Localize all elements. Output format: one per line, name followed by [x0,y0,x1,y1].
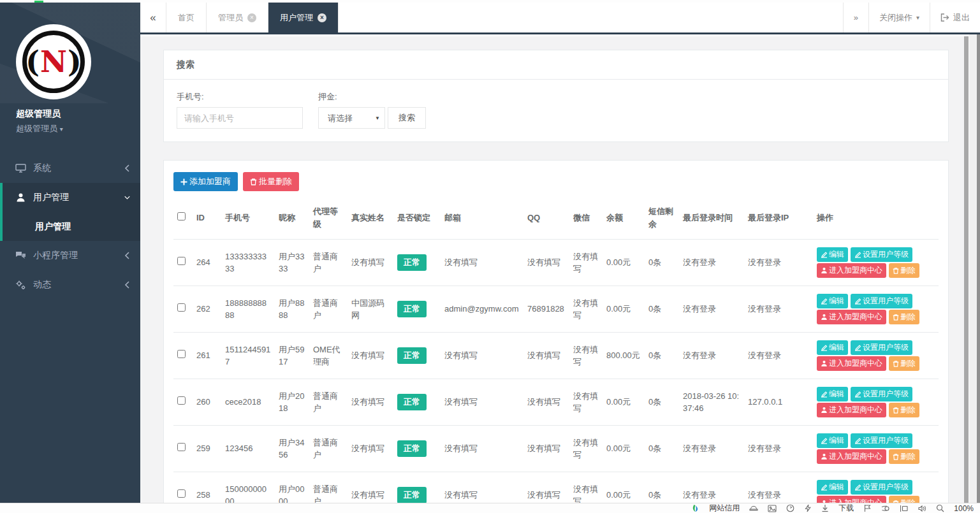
close-tab-icon[interactable]: × [318,13,326,22]
flag-icon[interactable] [863,504,872,512]
edit-button[interactable]: 编辑 [817,247,848,262]
sidebar-item-user-management[interactable]: 用户管理 [3,183,140,212]
delete-button[interactable]: 删除 [889,356,919,371]
enter-franchisee-center-button[interactable]: 进入加盟商中心 [817,496,886,503]
tab-bar: « 首页 管理员 × 用户管理 × » 关闭操作▾ 退出 [140,3,980,34]
download-label[interactable]: 下载 [838,503,854,513]
cell-balance: 0.00元 [603,426,645,472]
browser-scrollbar[interactable] [969,34,980,503]
set-user-level-button[interactable]: 设置用户等级 [851,387,912,401]
edit-button[interactable]: 编辑 [817,387,848,401]
cell-last-login-time: 没有登录 [679,240,744,286]
delete-button[interactable]: 删除 [889,449,919,464]
edit-button[interactable]: 编辑 [817,480,848,495]
status-badge: 正常 [397,487,427,503]
zoom-search-icon[interactable] [936,504,944,512]
tabs-scroll-left-button[interactable]: « [140,3,166,33]
set-user-level-button[interactable]: 设置用户等级 [851,294,912,308]
delete-button[interactable]: 删除 [889,263,919,278]
cell-last-login-time: 没有登录 [679,472,744,503]
zoom-level[interactable]: 100% [954,504,974,513]
cell-nickname: 用户8888 [275,286,309,333]
comet-icon[interactable] [881,505,890,512]
cell-phone: 15000000000 [221,472,275,503]
sidebar-item-miniprogram[interactable]: 小程序管理 [0,241,140,270]
set-user-level-button[interactable]: 设置用户等级 [851,480,912,495]
sidebar-subitem-user-management[interactable]: 用户管理 [3,212,140,241]
sidebar-item-dynamics[interactable]: 动态 [0,270,140,300]
image-icon[interactable] [768,505,777,512]
enter-franchisee-center-button[interactable]: 进入加盟商中心 [817,449,886,464]
batch-delete-button[interactable]: 批量删除 [243,172,299,191]
column-header-qq: QQ [523,200,569,240]
row-checkbox[interactable] [177,396,186,405]
cell-level: 普通商户 [309,472,347,503]
cell-last-login-time: 没有登录 [679,286,744,333]
speed-gauge-icon[interactable] [786,504,794,512]
cell-last-login-time: 2018-03-26 10:37:46 [679,379,744,426]
browser-scrollbar-thumb[interactable] [977,34,980,503]
site-credit-label[interactable]: 网站信用 [709,503,740,513]
user-icon [821,407,828,414]
edit-icon [821,484,828,491]
row-checkbox[interactable] [177,257,186,265]
user-role-dropdown[interactable]: 超级管理员 ▾ [16,123,140,134]
cell-qq: 没有填写 [523,472,569,503]
close-tab-icon[interactable]: × [247,13,256,22]
edit-button[interactable]: 编辑 [817,294,848,308]
tab-home[interactable]: 首页 [166,3,207,33]
edit-icon [854,484,861,491]
enter-franchisee-center-button[interactable]: 进入加盟商中心 [817,403,886,417]
search-panel-title: 搜索 [177,59,194,69]
delete-button[interactable]: 删除 [889,310,919,324]
set-user-level-button[interactable]: 设置用户等级 [851,433,912,448]
lightning-icon[interactable] [804,504,812,512]
enter-franchisee-center-button[interactable]: 进入加盟商中心 [817,310,886,324]
table-row: 258 15000000000 用户0000 普通商户 没有填写 正常 没有填写… [173,472,939,503]
close-operations-dropdown[interactable]: 关闭操作▾ [868,3,930,33]
delete-button[interactable]: 删除 [889,496,919,503]
edit-button[interactable]: 编辑 [817,340,848,355]
cell-qq: 没有填写 [523,333,569,379]
select-all-checkbox[interactable] [177,212,186,220]
set-user-level-button[interactable]: 设置用户等级 [851,247,912,262]
phone-input[interactable] [177,107,303,129]
tab-user-management[interactable]: 用户管理 × [268,3,339,33]
helmet-icon[interactable] [749,504,758,512]
row-checkbox[interactable] [177,443,186,451]
cell-qq: 76891828 [523,286,569,333]
row-checkbox[interactable] [177,350,186,358]
logout-button[interactable]: 退出 [930,3,980,33]
cell-last-login-ip: 没有登录 [744,426,813,472]
sidebar-toggle-icon[interactable] [900,505,908,512]
main-content: 搜索 手机号: 押金: 请选择 ▼ [140,36,964,503]
cell-email: 没有填写 [441,333,523,379]
sound-icon[interactable] [918,505,926,512]
column-header-phone: 手机号 [221,200,275,240]
search-panel: 搜索 手机号: 押金: 请选择 ▼ [163,50,949,142]
page-scrollbar[interactable] [964,36,969,503]
edit-button[interactable]: 编辑 [817,433,848,448]
cell-sms: 0条 [645,286,679,333]
set-user-level-button[interactable]: 设置用户等级 [851,340,912,355]
delete-button[interactable]: 删除 [889,403,919,417]
cell-balance: 800.00元 [603,333,645,379]
enter-franchisee-center-button[interactable]: 进入加盟商中心 [817,356,886,371]
browser-security-logo-icon[interactable] [691,504,699,512]
row-checkbox[interactable] [177,303,186,312]
chevron-left-icon [124,164,130,172]
sidebar-item-system[interactable]: 系统 [0,154,140,183]
tabs-scroll-right-button[interactable]: » [843,3,868,33]
tab-admin[interactable]: 管理员 × [207,3,268,33]
add-franchisee-button[interactable]: 添加加盟商 [173,172,238,191]
search-button[interactable]: 搜索 [388,107,426,129]
row-checkbox[interactable] [177,489,186,498]
cell-wechat: 没有填写 [569,472,603,503]
deposit-select[interactable]: 请选择 [318,107,385,129]
trash-icon [893,407,899,414]
column-header-actions: 操作 [813,200,939,240]
cell-nickname: 用户3333 [275,240,309,286]
cell-balance: 0.00元 [603,286,645,333]
enter-franchisee-center-button[interactable]: 进入加盟商中心 [817,263,886,278]
download-icon[interactable] [821,504,829,512]
